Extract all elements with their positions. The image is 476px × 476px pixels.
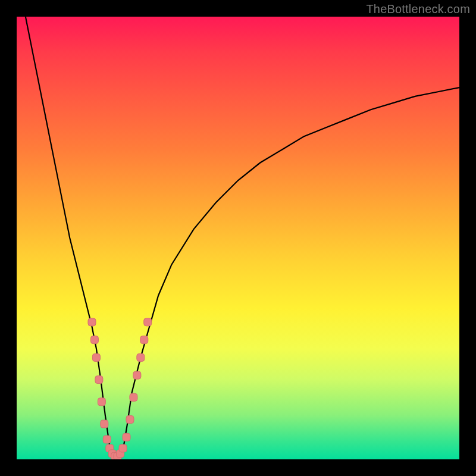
curve-marker (101, 420, 108, 428)
watermark-label: TheBottleneck.com (366, 2, 470, 16)
curve-marker (119, 444, 127, 452)
curve-marker (140, 336, 148, 344)
curve-marker (123, 433, 130, 441)
chart-overlay (17, 17, 459, 459)
bottleneck-curve (26, 17, 459, 459)
marker-cluster (88, 318, 152, 459)
curve-marker (95, 376, 103, 384)
curve-marker (90, 336, 98, 344)
curve-marker (144, 318, 152, 326)
curve-marker (133, 371, 141, 379)
curve-marker (130, 393, 137, 401)
curve-marker (88, 318, 96, 326)
curve-marker (137, 353, 145, 361)
chart-frame: TheBottleneck.com (0, 0, 476, 476)
curve-marker (103, 436, 111, 443)
curve-marker (98, 398, 105, 406)
curve-marker (92, 353, 100, 361)
curve-marker (126, 416, 134, 424)
